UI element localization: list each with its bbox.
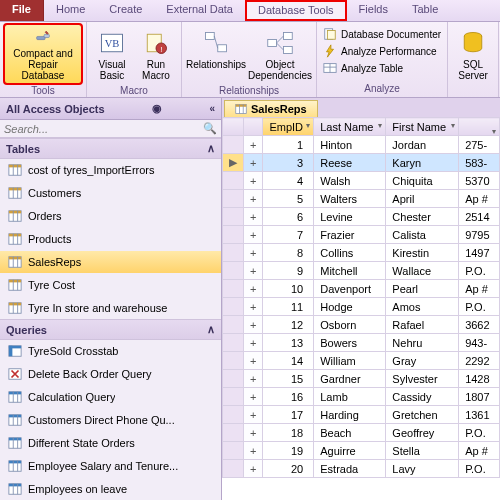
cell-extra[interactable]: 9795 — [459, 226, 500, 244]
cell-extra[interactable]: 5370 — [459, 172, 500, 190]
cell-extra[interactable]: 275- — [459, 136, 500, 154]
cell-extra[interactable]: 1428 — [459, 370, 500, 388]
cell-lastname[interactable]: Lamb — [314, 388, 386, 406]
table-row[interactable]: +12OsbornRafael3662 — [223, 316, 500, 334]
cell-extra[interactable]: P.O. — [459, 460, 500, 478]
cell-firstname[interactable]: Jordan — [386, 136, 459, 154]
cell-lastname[interactable]: Harding — [314, 406, 386, 424]
dropdown-icon[interactable]: ◉ — [152, 102, 162, 115]
cell-firstname[interactable]: Wallace — [386, 262, 459, 280]
row-selector[interactable] — [223, 424, 244, 442]
cell-lastname[interactable]: Walters — [314, 190, 386, 208]
cell-firstname[interactable]: Gray — [386, 352, 459, 370]
queries-section-header[interactable]: Queries ∧ — [0, 319, 221, 340]
cell-empid[interactable]: 4 — [263, 172, 314, 190]
row-selector[interactable] — [223, 316, 244, 334]
object-tab-salesreps[interactable]: SalesReps — [224, 100, 318, 117]
database-documenter-button[interactable]: Database Documenter — [321, 26, 443, 42]
tab-file[interactable]: File — [0, 0, 44, 21]
nav-query-item[interactable]: Employee Salary and Tenure... — [0, 455, 221, 478]
nav-query-item[interactable]: TyreSold Crosstab — [0, 340, 221, 363]
object-dependencies-button[interactable]: Object Dependencies — [248, 24, 312, 84]
cell-empid[interactable]: 15 — [263, 370, 314, 388]
expand-row-icon[interactable]: + — [244, 352, 263, 370]
cell-empid[interactable]: 19 — [263, 442, 314, 460]
tables-section-header[interactable]: Tables ∧ — [0, 138, 221, 159]
cell-firstname[interactable]: Sylvester — [386, 370, 459, 388]
collapse-icon[interactable]: ∧ — [207, 323, 215, 336]
expand-row-icon[interactable]: + — [244, 370, 263, 388]
cell-extra[interactable]: 2292 — [459, 352, 500, 370]
expand-row-icon[interactable]: + — [244, 298, 263, 316]
expand-row-icon[interactable]: + — [244, 316, 263, 334]
cell-firstname[interactable]: Stella — [386, 442, 459, 460]
expand-row-icon[interactable]: + — [244, 442, 263, 460]
datasheet-grid[interactable]: EmpID▾Last Name▾First Name▾▾ +1HintonJor… — [222, 117, 500, 500]
cell-extra[interactable]: Ap # — [459, 280, 500, 298]
table-row[interactable]: +17HardingGretchen1361 — [223, 406, 500, 424]
tab-table[interactable]: Table — [400, 0, 450, 21]
cell-lastname[interactable]: Reese — [314, 154, 386, 172]
nav-table-item[interactable]: SalesReps — [0, 251, 221, 274]
cell-firstname[interactable]: Geoffrey — [386, 424, 459, 442]
cell-extra[interactable]: 1361 — [459, 406, 500, 424]
row-selector[interactable] — [223, 208, 244, 226]
cell-firstname[interactable]: Amos — [386, 298, 459, 316]
collapse-icon[interactable]: ∧ — [207, 142, 215, 155]
nav-table-item[interactable]: Customers — [0, 182, 221, 205]
table-row[interactable]: +15GardnerSylvester1428 — [223, 370, 500, 388]
table-row[interactable]: +9MitchellWallaceP.O. — [223, 262, 500, 280]
cell-firstname[interactable]: Pearl — [386, 280, 459, 298]
expand-row-icon[interactable]: + — [244, 280, 263, 298]
table-row[interactable]: +8CollinsKirestin1497 — [223, 244, 500, 262]
cell-lastname[interactable]: Aguirre — [314, 442, 386, 460]
row-selector[interactable] — [223, 190, 244, 208]
expand-row-icon[interactable]: + — [244, 262, 263, 280]
column-header[interactable]: Last Name▾ — [314, 118, 386, 136]
row-selector[interactable] — [223, 334, 244, 352]
cell-extra[interactable]: 2514 — [459, 208, 500, 226]
cell-extra[interactable]: 1807 — [459, 388, 500, 406]
nav-table-item[interactable]: Tyre Cost — [0, 274, 221, 297]
table-row[interactable]: +14WilliamGray2292 — [223, 352, 500, 370]
table-row[interactable]: +18BeachGeoffreyP.O. — [223, 424, 500, 442]
cell-firstname[interactable]: Cassidy — [386, 388, 459, 406]
column-header[interactable]: First Name▾ — [386, 118, 459, 136]
table-row[interactable]: +13BowersNehru943- — [223, 334, 500, 352]
search-input[interactable] — [4, 123, 203, 135]
sql-server-button[interactable]: SQL Server — [452, 24, 494, 84]
expand-row-icon[interactable]: + — [244, 460, 263, 478]
table-row[interactable]: +10DavenportPearlAp # — [223, 280, 500, 298]
cell-extra[interactable]: 3662 — [459, 316, 500, 334]
analyze-performance-button[interactable]: Analyze Performance — [321, 43, 443, 59]
cell-firstname[interactable]: Lavy — [386, 460, 459, 478]
expand-row-icon[interactable]: + — [244, 208, 263, 226]
row-selector[interactable] — [223, 442, 244, 460]
cell-empid[interactable]: 17 — [263, 406, 314, 424]
cell-empid[interactable]: 6 — [263, 208, 314, 226]
row-selector[interactable] — [223, 244, 244, 262]
row-selector[interactable]: ▶ — [223, 154, 244, 172]
row-selector-header[interactable] — [223, 118, 244, 136]
table-row[interactable]: +11HodgeAmosP.O. — [223, 298, 500, 316]
visual-basic-button[interactable]: VB Visual Basic — [91, 24, 133, 84]
cell-empid[interactable]: 1 — [263, 136, 314, 154]
row-selector[interactable] — [223, 352, 244, 370]
cell-extra[interactable]: P.O. — [459, 262, 500, 280]
cell-extra[interactable]: Ap # — [459, 442, 500, 460]
expand-row-icon[interactable]: + — [244, 136, 263, 154]
tab-create[interactable]: Create — [97, 0, 154, 21]
cell-lastname[interactable]: Davenport — [314, 280, 386, 298]
row-selector[interactable] — [223, 280, 244, 298]
expand-row-icon[interactable]: + — [244, 388, 263, 406]
analyze-table-button[interactable]: Analyze Table — [321, 60, 443, 76]
expand-row-icon[interactable]: + — [244, 334, 263, 352]
row-selector[interactable] — [223, 406, 244, 424]
cell-lastname[interactable]: Hinton — [314, 136, 386, 154]
cell-firstname[interactable]: April — [386, 190, 459, 208]
row-selector[interactable] — [223, 388, 244, 406]
tab-database-tools[interactable]: Database Tools — [245, 0, 347, 21]
cell-firstname[interactable]: Karyn — [386, 154, 459, 172]
dropdown-icon[interactable]: ▾ — [492, 127, 496, 136]
cell-empid[interactable]: 14 — [263, 352, 314, 370]
